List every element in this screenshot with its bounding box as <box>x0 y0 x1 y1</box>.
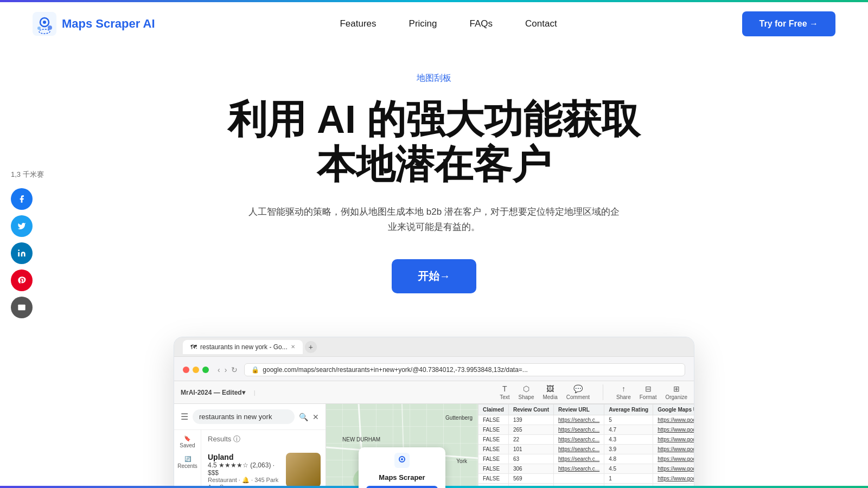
hamburger-icon[interactable]: ☰ <box>181 412 188 422</box>
table-cell-6-0: FALSE <box>478 474 509 484</box>
sheet-table-scroll[interactable]: Claimed Review Count Review URL Average … <box>478 404 694 488</box>
maps-search-panel: ☰ restaurants in new york 🔍 ✕ 🔖 Saved <box>174 404 326 488</box>
share-email-button[interactable] <box>11 297 33 318</box>
table-cell-5-1: 306 <box>508 464 553 474</box>
comment-label: Comment <box>566 394 590 400</box>
saved-label: Saved <box>180 442 195 448</box>
back-button[interactable]: ‹ <box>218 365 220 374</box>
hero-title-line1: 利用 AI 的强大功能获取 <box>228 98 640 141</box>
minimize-button-tl[interactable] <box>193 367 199 373</box>
sheet-action-comment[interactable]: 💬 Comment <box>566 384 590 400</box>
svg-point-2 <box>43 21 46 24</box>
browser-tab-active[interactable]: 🗺 restaurants in new york - Go... ✕ <box>183 340 303 354</box>
table-cell-0-0: FALSE <box>478 415 509 425</box>
share-linkedin-button[interactable] <box>11 242 33 264</box>
maps-panel-body: 🔖 Saved 🔄 Recents Results ⓘ <box>174 430 326 488</box>
nav-pricing[interactable]: Pricing <box>409 18 437 29</box>
map-panel: Guttenberg NEW DURHAM York Hoboken Maps … <box>326 404 478 488</box>
sheet-action-shape[interactable]: ⬡ Shape <box>519 384 534 400</box>
nav-features[interactable]: Features <box>340 18 376 29</box>
col-header-review-url: Review URL <box>554 404 604 415</box>
maximize-button-tl[interactable] <box>202 367 209 373</box>
table-cell-4-3: 4.8 <box>604 454 653 464</box>
refresh-button[interactable]: ↻ <box>231 365 238 374</box>
table-row: FALSE306https://search.c...4.5https://ww… <box>478 464 694 474</box>
table-cell-3-4: https://www.google.c... <box>653 445 694 454</box>
sheet-action-organize[interactable]: ⊞ Organize <box>665 384 687 400</box>
sheet-action-text[interactable]: T Text <box>500 384 509 400</box>
nav-contact[interactable]: Contact <box>525 18 557 29</box>
mockup-main-content: ☰ restaurants in new york 🔍 ✕ 🔖 Saved <box>174 404 694 488</box>
sheet-action-share[interactable]: ↑ Share <box>616 384 631 400</box>
share-pinterest-button[interactable] <box>11 269 33 291</box>
browser-tabs-bar: 🗺 restaurants in new york - Go... ✕ + <box>174 337 694 357</box>
table-body: FALSE139https://search.c...5https://www.… <box>478 415 694 488</box>
organize-icon: ⊞ <box>673 384 680 393</box>
format-label: Format <box>640 394 657 400</box>
recents-icon-btn[interactable]: 🔄 Recents <box>177 456 197 469</box>
new-tab-button[interactable]: + <box>305 341 317 353</box>
table-header-row: Claimed Review Count Review URL Average … <box>478 404 694 415</box>
table-cell-2-0: FALSE <box>478 435 509 445</box>
table-cell-5-0: FALSE <box>478 464 509 474</box>
maps-search-action-icons: 🔍 ✕ <box>299 413 319 421</box>
table-cell-3-1: 101 <box>508 445 553 454</box>
tab-close-icon[interactable]: ✕ <box>291 344 295 350</box>
media-label: Media <box>542 394 557 400</box>
popup-title: Maps Scraper <box>366 473 438 481</box>
table-cell-2-1: 22 <box>508 435 553 445</box>
place-info-upland: Upland 4.5 ★★★★☆ (2,063) · $$$ Restauran… <box>208 453 280 488</box>
hero-title-line2: 本地潜在客户 <box>317 143 551 186</box>
start-scrape-button[interactable]: ▶ Start Sc... <box>366 486 438 488</box>
svg-point-17 <box>401 458 403 460</box>
logo-text: Maps Scraper AI <box>62 17 155 31</box>
place-card-upland[interactable]: Upland 4.5 ★★★★☆ (2,063) · $$$ Restauran… <box>208 448 319 488</box>
forward-button[interactable]: › <box>225 365 227 374</box>
map-background: Guttenberg NEW DURHAM York Hoboken Maps … <box>326 404 478 488</box>
media-icon: 🖼 <box>546 384 554 393</box>
navbar: Maps Scraper AI Features Pricing FAQs Co… <box>0 2 868 46</box>
table-cell-2-3: 4.3 <box>604 435 653 445</box>
nav-faqs[interactable]: FAQs <box>470 18 493 29</box>
table-row: FALSE63https://search.c...4.8https://www… <box>478 454 694 464</box>
share-label: Share <box>616 394 631 400</box>
text-icon: T <box>502 384 507 393</box>
search-icon[interactable]: 🔍 <box>299 413 308 421</box>
col-header-avg-rating: Average Rating <box>604 404 653 415</box>
table-cell-2-4: https://www.google.c... <box>653 435 694 445</box>
saved-icon-btn[interactable]: 🔖 Saved <box>180 435 195 448</box>
maps-side-icons: 🔖 Saved 🔄 Recents <box>174 430 201 488</box>
table-cell-1-2: https://search.c... <box>554 425 604 435</box>
start-button[interactable]: 开始→ <box>392 259 476 293</box>
try-free-button[interactable]: Try for Free → <box>742 11 835 36</box>
share-facebook-button[interactable] <box>11 188 33 210</box>
organize-label: Organize <box>665 394 687 400</box>
recents-label: Recents <box>177 463 197 469</box>
place-thumb-upland <box>286 453 321 487</box>
table-row: FALSE22https://search.c...4.3https://www… <box>478 435 694 445</box>
sheet-action-format[interactable]: ⊟ Format <box>640 384 657 400</box>
sheet-action-media[interactable]: 🖼 Media <box>542 384 557 400</box>
lock-icon: 🔒 <box>251 366 259 374</box>
close-button-tl[interactable] <box>183 367 189 373</box>
table-row: FALSE101https://search.c...3.9https://ww… <box>478 445 694 454</box>
place-name-upland: Upland <box>208 453 280 461</box>
maps-search-input[interactable]: restaurants in new york <box>193 409 295 424</box>
shape-icon: ⬡ <box>523 384 529 393</box>
maps-scraper-popup: Maps Scraper ▶ Start Sc... <box>359 447 445 488</box>
table-cell-4-0: FALSE <box>478 454 509 464</box>
address-bar[interactable]: 🔒 google.com/maps/search/restaurants+in+… <box>244 363 685 376</box>
social-sidebar: 1,3 千米赛 <box>11 170 44 318</box>
table-cell-0-3: 5 <box>604 415 653 425</box>
share-twitter-button[interactable] <box>11 215 33 237</box>
col-header-claimed: Claimed <box>478 404 509 415</box>
table-cell-2-2: https://search.c... <box>554 435 604 445</box>
table-row: FALSE139https://search.c...5https://www.… <box>478 415 694 425</box>
clock-icon: 🔄 <box>184 456 191 462</box>
table-row: FALSE5691https://www.google.c...48.87651… <box>478 474 694 484</box>
spreadsheet-panel: Claimed Review Count Review URL Average … <box>478 404 694 488</box>
toolbar-separator <box>603 384 603 400</box>
sheet-title: MrAI-2024 — Edited▾ <box>181 389 245 396</box>
close-icon[interactable]: ✕ <box>312 413 319 421</box>
logo-link[interactable]: Maps Scraper AI <box>33 12 155 36</box>
